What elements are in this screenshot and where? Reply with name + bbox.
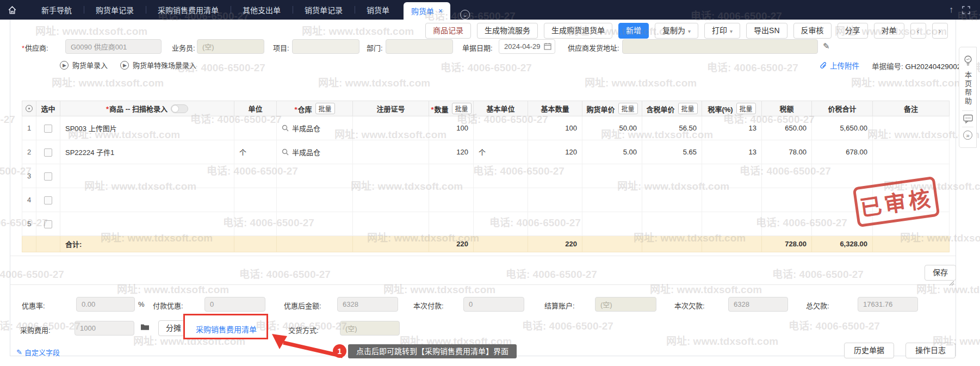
generate-purchase-return-button[interactable]: 生成购货退货单 (544, 23, 612, 39)
cell-unit[interactable] (234, 116, 277, 140)
cell-warehouse[interactable]: 半成品仓 (277, 116, 353, 140)
tabs-overflow-icon[interactable]: ⌄ (460, 10, 470, 20)
delivery-method-label: 交货方式: (288, 325, 319, 335)
warehouse-batch-button[interactable]: 批量 (315, 103, 335, 114)
row-checkbox[interactable] (44, 196, 52, 204)
row-checkbox[interactable] (44, 172, 52, 181)
home-button[interactable] (0, 0, 24, 20)
purchase-sales-fee-list-link[interactable]: 采购销售费用清单 (196, 324, 257, 334)
discount-rate-label: 优惠率: (22, 300, 45, 311)
cell-product[interactable] (60, 188, 234, 212)
cell-tax-price[interactable]: 56.50 (642, 116, 702, 140)
tab-newbie-nav[interactable]: 新手导航 (29, 0, 84, 20)
amount-after-discount-field[interactable] (337, 297, 398, 312)
cell-product[interactable]: SP003 上传图片 (60, 116, 234, 140)
edit-address-icon[interactable]: ✎ (823, 41, 830, 51)
copy-as-button[interactable]: 复制为▾ (655, 23, 698, 39)
scan-gun-toggle[interactable] (171, 104, 188, 113)
total-row: 合计: 220 220 728.00 6,328.00 (22, 236, 950, 252)
folder-icon[interactable] (140, 323, 150, 333)
row-checkbox[interactable] (44, 125, 52, 133)
search-icon (282, 125, 289, 132)
calendar-icon[interactable] (544, 42, 551, 52)
project-field[interactable] (292, 39, 359, 54)
upload-attachment-link[interactable]: 上传附件 (820, 60, 859, 71)
scroll-top-icon[interactable]: ↑ (949, 5, 953, 15)
total-debt-field[interactable] (858, 297, 918, 312)
cell-reg-no[interactable] (353, 140, 429, 164)
search-icon (282, 148, 289, 156)
top-navbar: 新手导航 购货单记录 采购销售费用清单 其他支出单 销货单记录 销货单 购货单 … (0, 0, 980, 20)
page-help-label[interactable]: 本页帮助 (963, 69, 973, 110)
delivery-method-field[interactable] (340, 321, 400, 336)
share-button[interactable]: 分享 (838, 23, 868, 39)
col-remark: 备注 (873, 101, 950, 116)
print-button[interactable]: 打印▾ (704, 23, 740, 39)
cell-unit[interactable]: 个 (234, 140, 277, 164)
next-doc-button[interactable]: › (932, 23, 948, 39)
tax-price-batch-button[interactable]: 批量 (678, 103, 698, 114)
tab-other-expense[interactable]: 其他支出单 (231, 0, 293, 20)
cell-reg-no[interactable] (353, 116, 429, 140)
cell-remark[interactable] (873, 116, 950, 140)
cell-qty[interactable]: 100 (429, 116, 474, 140)
cell-product[interactable] (60, 164, 234, 188)
tax-rate-batch-button[interactable]: 批量 (736, 103, 756, 114)
qty-batch-button[interactable]: 批量 (452, 103, 472, 114)
collapse-panel-button[interactable]: » (959, 127, 976, 143)
generate-logistics-button[interactable]: 生成物流服务 (477, 23, 538, 39)
discount-rate-field[interactable] (76, 297, 135, 312)
col-base-qty: 基本数量 (528, 101, 582, 116)
department-field[interactable] (386, 39, 453, 54)
cell-remark[interactable] (873, 140, 950, 164)
tab-purchase-order-records[interactable]: 购货单记录 (84, 0, 146, 20)
operation-log-button[interactable]: 操作日志 (905, 343, 956, 358)
payment-field[interactable] (463, 297, 524, 312)
debt-field[interactable] (728, 297, 788, 312)
cell-tax-rate[interactable]: 13 (702, 116, 762, 140)
ship-address-field[interactable] (622, 39, 818, 54)
unapprove-button[interactable]: 反审核 (793, 23, 832, 39)
order-entry-tutorial-link[interactable]: ▶ 购货单录入 (60, 60, 108, 70)
fullscreen-icon[interactable] (962, 6, 970, 14)
history-docs-button[interactable]: 历史单据 (844, 343, 894, 358)
check-doc-button[interactable]: 对单 (874, 23, 904, 39)
settle-account-field[interactable] (595, 297, 656, 312)
row-checkbox[interactable] (44, 220, 52, 228)
payment-discount-field[interactable] (204, 297, 265, 312)
tab-sales-order[interactable]: 销货单 (355, 0, 401, 20)
cell-product[interactable] (60, 212, 234, 236)
add-new-button[interactable]: 新增 (618, 23, 649, 39)
cell-tax-rate[interactable]: 13 (702, 140, 762, 164)
row-checkbox[interactable] (44, 148, 52, 157)
cell-price[interactable]: 50.00 (582, 116, 642, 140)
cell-tax-price[interactable]: 5.65 (642, 140, 702, 164)
col-qty-label: 数量 (435, 106, 449, 114)
tab-purchase-sales-fee-list[interactable]: 采购销售费用清单 (146, 0, 231, 20)
special-scene-tutorial-link[interactable]: ▶ 购货单特殊场景录入 (120, 60, 196, 70)
page-help-button[interactable] (959, 52, 976, 69)
salesman-field[interactable] (197, 39, 264, 54)
supplier-field[interactable] (65, 39, 162, 54)
purchase-fee-field[interactable] (75, 321, 134, 336)
price-batch-button[interactable]: 批量 (618, 103, 638, 114)
export-sn-button[interactable]: 导出SN (746, 23, 787, 39)
custom-fields-link[interactable]: ✎ 自定义字段 (16, 347, 60, 357)
column-settings-icon[interactable] (26, 105, 33, 112)
cell-price[interactable]: 5.00 (582, 140, 642, 164)
col-tax-price: 含税单价批量 (642, 101, 702, 116)
cell-qty[interactable]: 120 (429, 140, 474, 164)
product-record-button[interactable]: 商品记录 (425, 23, 471, 39)
feedback-chat-button[interactable] (959, 111, 976, 127)
col-price-label: 购货单价 (586, 106, 615, 114)
tab-purchase-order-active[interactable]: 购货单 × (404, 2, 450, 20)
cell-product[interactable]: SP22224 子件1 (60, 140, 234, 164)
order-entry-tutorial-label: 购货单录入 (72, 60, 108, 70)
tab-close-icon[interactable]: × (438, 7, 443, 15)
remarks-area[interactable] (10, 256, 956, 285)
cell-warehouse[interactable]: 半成品仓 (277, 140, 353, 164)
tab-sales-order-records[interactable]: 销货单记录 (293, 0, 355, 20)
allocate-button[interactable]: 分摊 (158, 320, 185, 336)
prev-doc-button[interactable]: ‹ (910, 23, 926, 39)
resize-handle-icon[interactable] (948, 278, 954, 288)
